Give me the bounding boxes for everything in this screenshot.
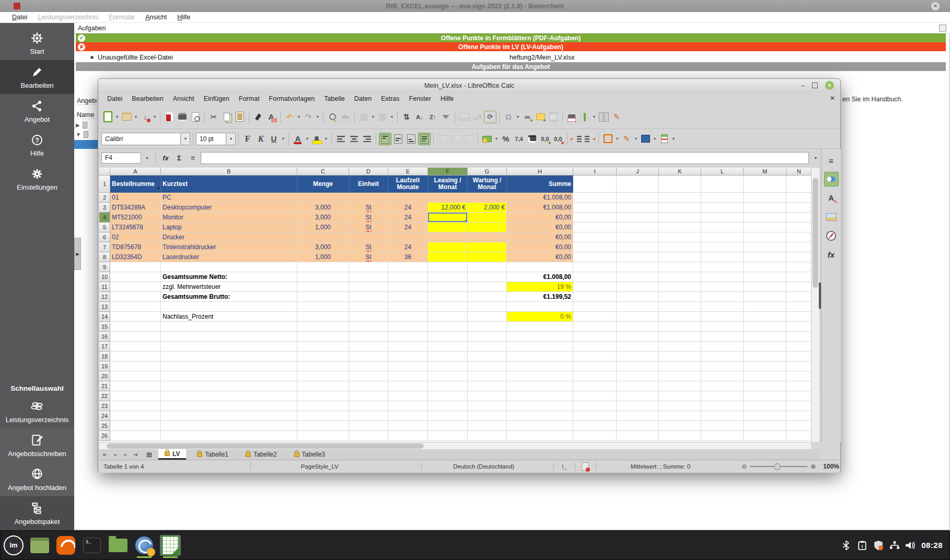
app-menu-ansicht[interactable]: Ansicht (141, 13, 171, 22)
select-all-corner[interactable] (99, 168, 110, 176)
function-wizard-icon[interactable]: fx (160, 152, 171, 164)
special-character-dropdown[interactable]: ▼ (515, 115, 520, 119)
autofilter-icon[interactable] (439, 111, 452, 123)
cell-F6[interactable] (428, 232, 468, 242)
row-header-14[interactable]: 14 (99, 312, 110, 322)
cell-B4[interactable]: Monitor (161, 213, 297, 223)
taskbar-terminal[interactable]: $_ (82, 535, 102, 556)
cell-L13[interactable] (701, 302, 744, 312)
insert-hyperlink-icon[interactable] (521, 111, 534, 123)
vertical-scrollbar[interactable] (811, 168, 819, 442)
cell-L15[interactable] (701, 322, 744, 332)
cell-H13[interactable] (507, 302, 573, 312)
cell-E1[interactable]: Laufzeit Monate (388, 176, 428, 193)
cell-L10[interactable] (701, 272, 744, 282)
cell-G7[interactable] (468, 242, 507, 252)
row-header-13[interactable]: 13 (99, 302, 110, 312)
cell-N7[interactable] (786, 242, 811, 252)
cell-B7[interactable]: Tintenstrahldrucker (161, 242, 297, 252)
cell-I17[interactable] (573, 342, 617, 352)
cell-E11[interactable] (388, 282, 428, 292)
cell-K18[interactable] (659, 352, 701, 361)
cell-K20[interactable] (659, 371, 701, 381)
clone-formatting-icon[interactable] (252, 111, 264, 123)
cell-F18[interactable] (428, 352, 468, 361)
percent-icon[interactable]: % (500, 133, 512, 145)
close-button[interactable]: ✕ (825, 81, 834, 90)
cell-I11[interactable] (573, 282, 617, 292)
cell-B13[interactable] (161, 302, 297, 312)
cell-N25[interactable] (786, 421, 811, 431)
panel-splitter-handle[interactable]: ▶ (74, 238, 81, 270)
name-box-dropdown[interactable]: ▼ (143, 153, 151, 164)
cell-D24[interactable] (349, 411, 388, 421)
cell-D14[interactable] (349, 312, 388, 322)
cell-I23[interactable] (573, 401, 617, 411)
cell-F11[interactable] (428, 282, 468, 292)
cell-J3[interactable] (617, 203, 659, 213)
vertical-scrollbar-thumb[interactable] (813, 178, 818, 288)
borders-icon[interactable] (601, 133, 614, 145)
cell-J8[interactable] (617, 252, 659, 262)
sort-ascending-icon[interactable]: A↓ (413, 111, 426, 123)
row-header-22[interactable]: 22 (99, 391, 110, 401)
cell-G24[interactable] (468, 411, 507, 421)
cell-I16[interactable] (573, 332, 617, 342)
border-style-dropdown[interactable]: ▼ (633, 137, 639, 141)
new-document-dropdown[interactable]: ▼ (114, 115, 120, 119)
date-icon[interactable] (526, 133, 538, 145)
cell-K22[interactable] (659, 391, 701, 401)
row-header-16[interactable]: 16 (99, 332, 110, 342)
cell-B21[interactable] (161, 381, 297, 391)
app-menu-hilfe[interactable]: Hilfe (172, 13, 195, 22)
font-size-input[interactable]: 10 pt (196, 133, 226, 145)
zoom-slider-thumb[interactable] (774, 463, 781, 470)
cell-A26[interactable] (110, 431, 161, 441)
cell-D18[interactable] (349, 352, 388, 361)
col-header-M[interactable]: M (744, 168, 786, 176)
cell-D20[interactable] (349, 371, 388, 381)
maximize-button[interactable] (812, 83, 818, 88)
cell-I14[interactable] (573, 312, 617, 322)
cell-L9[interactable] (701, 262, 744, 272)
cell-B11[interactable]: zzgl. Mehrwertsteuer (161, 282, 297, 292)
cell-K24[interactable] (659, 411, 701, 421)
align-right-icon[interactable] (361, 133, 373, 145)
cell-F23[interactable] (428, 401, 468, 411)
align-bottom-icon[interactable] (405, 133, 418, 145)
cell-A22[interactable] (110, 391, 161, 401)
taskbar-ava-sign-upload[interactable] (134, 535, 155, 556)
italic-icon[interactable]: K (254, 133, 267, 145)
cell-F17[interactable] (428, 342, 468, 352)
cell-G11[interactable] (468, 282, 507, 292)
cell-A17[interactable] (110, 342, 161, 352)
row-header-23[interactable]: 23 (99, 401, 110, 411)
unsaved-changes-icon[interactable] (582, 462, 589, 471)
col-header-K[interactable]: K (659, 168, 701, 176)
cell-K12[interactable] (659, 292, 701, 302)
cell-D7[interactable]: St (349, 242, 388, 252)
cell-H20[interactable] (507, 371, 573, 381)
app-menu-formular[interactable]: Formular (104, 13, 140, 22)
cell-D2[interactable] (349, 193, 388, 203)
panel-pin-icon[interactable] (939, 25, 946, 32)
cell-F22[interactable] (428, 391, 468, 401)
cell-K17[interactable] (659, 342, 701, 352)
row-header-24[interactable]: 24 (99, 411, 110, 421)
cell-L20[interactable] (701, 371, 744, 381)
calc-menu-datei[interactable]: Datei (102, 94, 127, 104)
row-header-19[interactable]: 19 (99, 361, 110, 371)
cell-A14[interactable] (110, 312, 161, 322)
cell-B2[interactable]: PC (161, 193, 297, 203)
tree-item[interactable]: ▼ (76, 131, 88, 138)
cell-B3[interactable]: Desktopcomputer (161, 203, 297, 213)
cell-M3[interactable] (744, 203, 786, 213)
conditional-formatting-icon[interactable] (658, 133, 670, 145)
cell-A3[interactable]: DT534289A (110, 203, 161, 213)
cell-E10[interactable] (388, 272, 428, 282)
underline-icon[interactable]: U (268, 133, 280, 145)
cell-J7[interactable] (617, 242, 659, 252)
cell-H23[interactable] (507, 401, 573, 411)
row-header-5[interactable]: 5 (99, 223, 110, 232)
cell-K16[interactable] (659, 332, 701, 342)
